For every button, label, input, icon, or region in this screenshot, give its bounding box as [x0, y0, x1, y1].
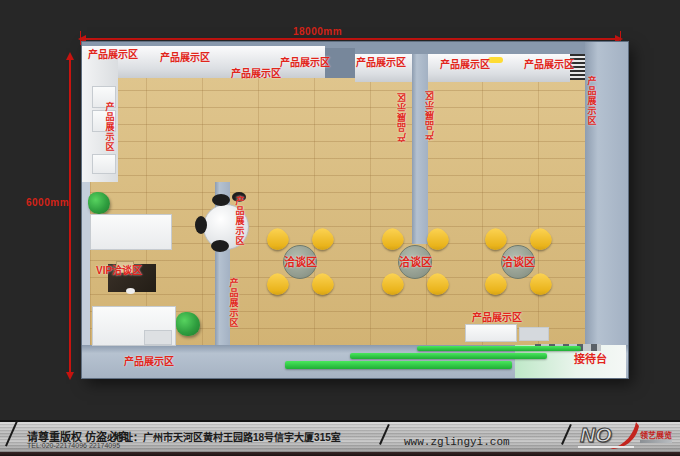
zone-label-negotiation: 洽谈区: [502, 257, 535, 269]
zone-label-product-display-vertical: 产品展示区: [104, 102, 113, 152]
plant: [176, 312, 200, 336]
dimension-line-left: [69, 56, 71, 378]
plant: [88, 192, 110, 214]
dimension-tick-left: [80, 31, 81, 45]
zone-label-product-display: 产品展示区: [124, 357, 174, 368]
zone-label-vip-negotiation: VIP洽谈区: [96, 266, 142, 277]
yellow-chair: [526, 270, 556, 300]
dimension-line-top: [80, 38, 621, 40]
zone-label-product-display-vertical: 产品展示区: [234, 196, 243, 246]
zone-label-product-display-vertical: 产品展示区: [426, 90, 435, 140]
zone-label-product-display: 产品展示区: [440, 60, 490, 71]
vip-sofa-top: [90, 214, 172, 250]
zone-label-product-display-vertical: 产品展示区: [228, 278, 237, 328]
dimension-width-label: 18000mm: [293, 26, 342, 37]
dimension-arrow-down-icon: [66, 372, 74, 380]
reception-green-bar: [350, 353, 547, 359]
reception-green-bar: [285, 361, 512, 369]
booth-plan: 洽谈区 洽谈区 洽谈区 产品展示区 产品展示区 产品展示区: [82, 42, 628, 378]
zone-label-product-display-vertical: 产品展示区: [586, 76, 595, 126]
logo-subline: [640, 440, 672, 443]
black-chair: [211, 240, 229, 252]
address-text: 地址：广州市天河区黄村王园路18号信宇大厦315室: [113, 429, 341, 444]
zone-label-product-display: 产品展示区: [160, 53, 210, 64]
dimension-depth-label: 6000mm: [26, 197, 69, 208]
zone-label-product-display: 产品展示区: [472, 313, 522, 324]
footer-logo: NO 领艺展览: [578, 421, 676, 452]
logo-cn-text: 领艺展览: [640, 429, 672, 440]
zone-label-reception: 接待台: [574, 354, 607, 366]
negotiation-set: 洽谈区: [485, 229, 551, 295]
yellow-marker: [488, 57, 503, 63]
zone-label-product-display: 产品展示区: [231, 69, 281, 80]
tel-text: TEL:020-22174096 22174095: [27, 442, 120, 449]
zone-label-negotiation: 洽谈区: [399, 257, 432, 269]
zone-label-product-display: 产品展示区: [88, 50, 138, 61]
table-dish: [126, 288, 135, 294]
logo-underline: [578, 446, 634, 448]
drawer-unit: [144, 330, 172, 345]
website-text: www.zglingyi.com: [404, 436, 510, 448]
zone-label-product-display-vertical: 产品展示区: [398, 92, 407, 142]
footer-bottom-strip: [0, 452, 680, 456]
zone-label-product-display: 产品展示区: [280, 58, 330, 69]
zone-label-product-display: 产品展示区: [356, 58, 406, 69]
negotiation-set: 洽谈区: [382, 229, 448, 295]
display-podium: [465, 324, 517, 342]
floorplan-canvas: NO 领艺展览 LINGYI EXHIBITION 18000mm 6000mm: [0, 0, 680, 456]
reception-green-bar: [417, 346, 581, 351]
yellow-chair: [423, 270, 453, 300]
middle-column: [412, 54, 428, 244]
yellow-chair: [308, 270, 338, 300]
display-podium: [519, 327, 549, 341]
zone-label-negotiation: 洽谈区: [284, 257, 317, 269]
dimension-arrow-up-icon: [66, 52, 74, 60]
zone-label-product-display: 产品展示区: [524, 60, 574, 71]
black-chair: [212, 194, 230, 206]
black-chair: [195, 216, 207, 234]
negotiation-set: 洽谈区: [267, 229, 333, 295]
display-cabinet: [92, 154, 116, 174]
